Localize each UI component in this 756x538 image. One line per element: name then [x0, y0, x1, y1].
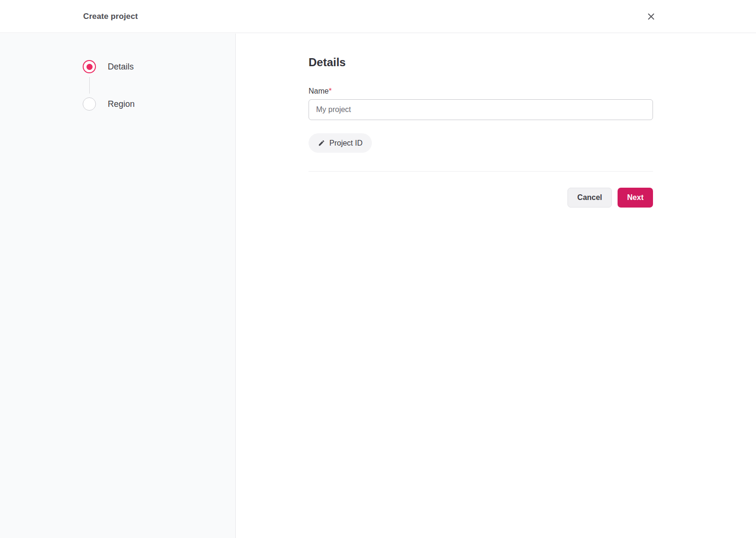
close-icon	[647, 13, 655, 20]
edit-pencil-icon	[318, 139, 325, 147]
step-label-details: Details	[108, 62, 134, 72]
cancel-button[interactable]: Cancel	[567, 188, 612, 208]
wizard-footer-actions: Cancel Next	[309, 188, 653, 208]
wizard-main-panel: Details Name* Project ID Cancel Next	[236, 34, 756, 538]
wizard-sidebar: Details Region	[0, 34, 236, 538]
form-divider	[309, 171, 653, 172]
project-id-button-label: Project ID	[329, 139, 362, 148]
step-connector	[83, 73, 96, 97]
step-connector-line	[89, 77, 90, 94]
project-name-input[interactable]	[309, 99, 653, 120]
close-button[interactable]	[643, 8, 660, 25]
name-label-text: Name	[309, 87, 329, 95]
step-radio-active-icon	[83, 60, 96, 73]
name-field-label: Name*	[309, 87, 653, 96]
modal-title: Create project	[83, 12, 138, 21]
next-button[interactable]: Next	[618, 188, 653, 208]
required-asterisk: *	[329, 87, 332, 95]
stepper-step-region[interactable]: Region	[83, 97, 235, 111]
project-id-button[interactable]: Project ID	[309, 133, 372, 153]
stepper: Details Region	[0, 34, 235, 111]
details-step-content: Details Name* Project ID Cancel Next	[309, 34, 653, 208]
modal-header: Create project	[0, 0, 756, 33]
step-label-region: Region	[108, 99, 135, 109]
step-heading: Details	[309, 55, 653, 69]
stepper-step-details[interactable]: Details	[83, 60, 235, 73]
step-radio-inactive-icon	[83, 97, 96, 111]
step-radio-dot	[86, 64, 93, 70]
